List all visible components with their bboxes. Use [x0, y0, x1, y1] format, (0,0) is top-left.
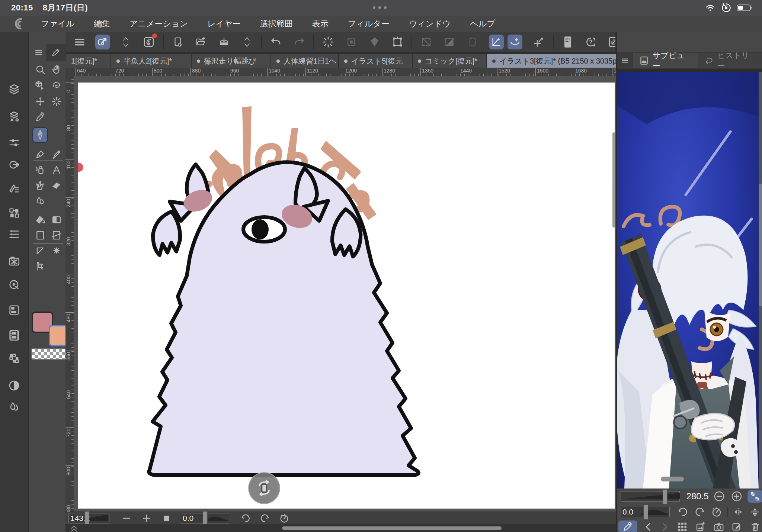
ruler-area-icon[interactable] [442, 35, 457, 49]
layer-search-icon[interactable] [7, 110, 21, 123]
zoom-in-button[interactable] [140, 512, 153, 525]
move-layer-tool-icon[interactable] [33, 94, 47, 109]
canvas-horizontal-scrollbar[interactable] [282, 526, 502, 530]
subview-rotate-left-button[interactable] [675, 505, 691, 519]
auto-action-icon[interactable] [7, 158, 21, 171]
tab-subview[interactable]: サブビュー [633, 53, 698, 68]
new-canvas-icon[interactable] [170, 35, 185, 49]
document-tab-0[interactable]: 1[復元]* [66, 54, 111, 68]
eyedropper-tool-icon[interactable] [33, 110, 47, 124]
zoom-out-button[interactable] [120, 512, 133, 525]
menu-item-6[interactable]: フィルター [348, 18, 390, 29]
fill-tool-icon[interactable] [33, 213, 47, 227]
ruler-range-icon[interactable] [465, 35, 480, 49]
rotation-slider-handle[interactable] [203, 511, 208, 526]
document-tab-1[interactable]: 半魚人2[復元]* [111, 54, 191, 68]
mask-icon[interactable] [367, 35, 382, 49]
subview-image[interactable] [617, 72, 759, 489]
canvas-document[interactable] [78, 83, 615, 509]
wand-tool-icon[interactable] [49, 94, 64, 109]
deselect-icon[interactable] [321, 35, 336, 49]
pen-tool-icon[interactable] [33, 128, 47, 142]
transform-icon[interactable] [390, 35, 405, 49]
help-icon[interactable] [583, 35, 598, 49]
subview-next-button[interactable] [657, 520, 672, 532]
subview-delete-button[interactable] [747, 520, 762, 532]
clip-studio-badge-icon[interactable] [141, 35, 156, 49]
subview-rotation-handle[interactable] [643, 505, 648, 520]
blend-icon[interactable] [7, 400, 21, 414]
document-tab-2[interactable]: 篠沢走り幅跳び [192, 54, 270, 68]
file-switch-chevrons-icon[interactable] [240, 35, 254, 49]
subview-page-indicator[interactable] [661, 477, 684, 481]
subview-rotation-slider[interactable]: 0.0 [621, 507, 670, 517]
gradient-map-icon[interactable] [7, 379, 21, 392]
menu-item-3[interactable]: レイヤー [207, 18, 241, 29]
subview-rotate-right-button[interactable] [692, 505, 708, 519]
marker-tool-icon[interactable] [33, 147, 47, 161]
pattern-brush-tool-icon[interactable] [49, 244, 64, 258]
save-file-icon[interactable] [217, 35, 231, 49]
tool-palette-pen-tab-icon[interactable] [46, 44, 66, 61]
document-tab-4[interactable]: イラスト5[復元 [339, 54, 412, 68]
material-icon[interactable] [7, 255, 21, 268]
layers-icon[interactable] [7, 83, 21, 96]
frame-border-tool-icon[interactable] [33, 228, 47, 242]
subview-thumbnail-grid-button[interactable] [675, 520, 690, 532]
eraser-tool-icon[interactable] [49, 178, 64, 193]
animation-cels-icon[interactable] [7, 329, 21, 342]
zoom-tool-icon[interactable] [33, 62, 47, 77]
subview-zoom-out-button[interactable] [712, 489, 727, 503]
tool-property-icon[interactable] [7, 136, 21, 149]
select-layer-area-icon[interactable] [344, 35, 359, 49]
rotate-left-button[interactable] [239, 512, 252, 525]
subview-zoom-in-button[interactable] [729, 489, 745, 503]
canvas-vertical-scrollbar[interactable] [612, 132, 615, 228]
auto-select-tool-icon[interactable] [49, 78, 64, 93]
zoom-slider[interactable]: 143.2 [68, 513, 109, 523]
snap-to-ruler-icon[interactable] [489, 35, 504, 49]
onion-skin-icon[interactable] [7, 352, 21, 365]
divide-frame-tool-icon[interactable] [49, 228, 64, 242]
redo-icon[interactable] [292, 35, 307, 49]
menu-item-1[interactable]: 編集 [94, 18, 110, 29]
gradient-tool-icon[interactable] [49, 213, 64, 227]
subview-camera-button[interactable] [711, 520, 727, 532]
operate-tool-icon[interactable] [33, 78, 47, 93]
rotation-slider[interactable]: 0.0 [181, 513, 229, 523]
tool-switch-chevrons-icon[interactable] [118, 35, 133, 49]
collapse-nav-bar-icon[interactable] [69, 525, 79, 532]
subview-zoom-handle[interactable] [663, 489, 667, 504]
text-tool-icon[interactable] [49, 163, 64, 177]
undo-icon[interactable] [269, 35, 284, 49]
menu-item-5[interactable]: 表示 [312, 18, 329, 29]
snap-to-grid-icon[interactable] [531, 35, 546, 49]
open-file-icon[interactable] [193, 35, 208, 49]
subview-scrollbar[interactable] [759, 72, 762, 489]
color-mixing-icon[interactable] [7, 206, 21, 220]
line-correct-tool-icon[interactable] [33, 259, 47, 273]
touch-gesture-tool-icon[interactable] [95, 35, 110, 49]
blend-tool-icon[interactable] [33, 194, 47, 208]
quick-access-icon[interactable] [7, 278, 21, 291]
menu-item-7[interactable]: ウィンドウ [409, 18, 451, 29]
subview-reset-rotation-button[interactable] [709, 505, 725, 519]
subview-previous-button[interactable] [641, 520, 656, 532]
menu-item-4[interactable]: 選択範囲 [260, 18, 293, 29]
edge-keyboard-icon[interactable] [560, 35, 575, 49]
menu-item-2[interactable]: アニメーション [129, 18, 188, 29]
ruler-off-icon[interactable] [419, 35, 434, 49]
sub-tool-detail-icon[interactable] [7, 181, 21, 194]
snap-to-special-ruler-icon[interactable] [508, 35, 522, 49]
canvas-layout-icon[interactable] [7, 303, 21, 317]
airbrush-tool-icon[interactable] [33, 163, 47, 177]
tab-history[interactable]: ヒストリー [698, 53, 762, 68]
menu-item-8[interactable]: ヘルプ [470, 18, 495, 29]
zoom-slider-handle[interactable] [84, 511, 89, 526]
subview-import-image-button[interactable] [693, 520, 708, 532]
subview-zoom-slider[interactable] [621, 491, 680, 502]
timeline-icon[interactable] [7, 228, 21, 241]
hand-tool-icon[interactable] [49, 62, 64, 77]
decoration-tool-icon[interactable] [33, 178, 47, 193]
fit-to-screen-button[interactable] [160, 512, 173, 525]
